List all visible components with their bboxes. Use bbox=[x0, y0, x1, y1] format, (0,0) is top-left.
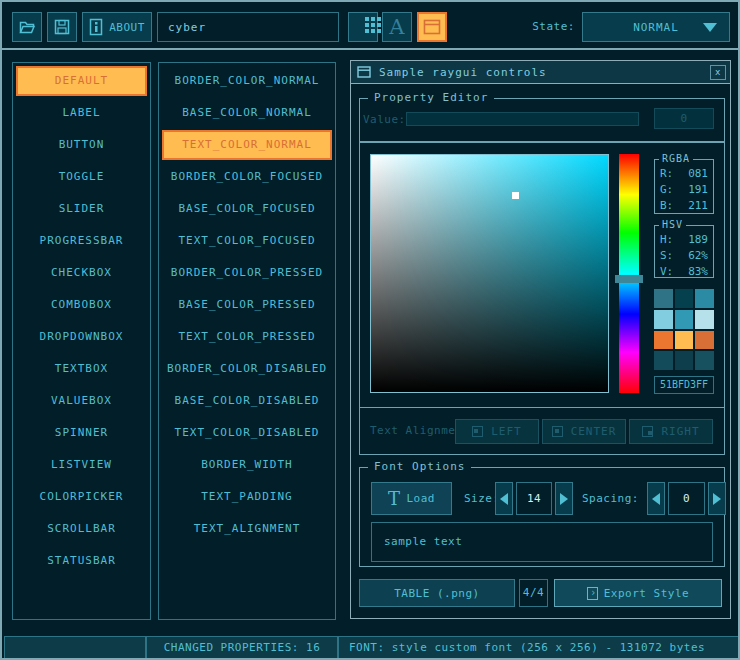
list-item[interactable]: BASE_COLOR_PRESSED bbox=[162, 290, 332, 320]
list-item[interactable]: TEXT_COLOR_FOCUSED bbox=[162, 226, 332, 256]
folder-open-icon bbox=[17, 17, 37, 37]
arrow-right-icon bbox=[560, 493, 568, 505]
list-item[interactable]: VALUEBOX bbox=[16, 386, 147, 416]
list-item[interactable]: BORDER_COLOR_NORMAL bbox=[162, 66, 332, 96]
text-alignment-label: Text Alignmen bbox=[370, 424, 463, 437]
value-slider[interactable] bbox=[406, 112, 639, 126]
hex-color-input[interactable]: 51BFD3FF bbox=[654, 376, 714, 394]
list-item[interactable]: COMBOBOX bbox=[16, 290, 147, 320]
color-swatch[interactable] bbox=[695, 351, 714, 370]
size-value: 14 bbox=[527, 492, 541, 505]
rgba-g-row: G:191 bbox=[660, 183, 708, 196]
font-info-text: FONT: style custom font (256 x 256) - 13… bbox=[349, 641, 705, 654]
sample-controls-window: Sample raygui controls x Property Editor… bbox=[350, 60, 731, 619]
sample-window-titlebar[interactable]: Sample raygui controls bbox=[351, 61, 730, 84]
list-item[interactable]: LISTVIEW bbox=[16, 450, 147, 480]
grid-icon bbox=[365, 17, 369, 21]
color-swatch[interactable] bbox=[675, 351, 694, 370]
spacing-value-box[interactable]: 0 bbox=[668, 482, 705, 515]
export-style-label: Export Style bbox=[604, 587, 689, 600]
color-swatch[interactable] bbox=[654, 289, 673, 308]
align-center-label: CENTER bbox=[571, 425, 617, 438]
status-cell-empty bbox=[4, 636, 146, 659]
list-item[interactable]: STATUSBAR bbox=[16, 546, 147, 576]
list-item[interactable]: SCROLLBAR bbox=[16, 514, 147, 544]
open-style-button[interactable] bbox=[12, 12, 42, 42]
align-right-label: RIGHT bbox=[661, 425, 699, 438]
list-item[interactable]: DEFAULT bbox=[16, 66, 147, 96]
list-item[interactable]: LABEL bbox=[16, 98, 147, 128]
font-load-button[interactable]: T Load bbox=[371, 482, 452, 515]
rgba-r-row: R:081 bbox=[660, 167, 708, 180]
list-item[interactable]: BORDER_WIDTH bbox=[162, 450, 332, 480]
align-center-button[interactable]: CENTER bbox=[542, 419, 626, 444]
spacing-increase-button[interactable] bbox=[708, 482, 726, 515]
about-label: ABOUT bbox=[109, 21, 145, 34]
list-item[interactable]: TOGGLE bbox=[16, 162, 147, 192]
hex-color-value: 51BFD3FF bbox=[660, 379, 708, 390]
hsv-s-row: S:62% bbox=[660, 249, 708, 262]
list-item[interactable]: TEXT_PADDING bbox=[162, 482, 332, 512]
size-value-box[interactable]: 14 bbox=[516, 482, 552, 515]
color-swatch[interactable] bbox=[695, 331, 714, 350]
align-right-button[interactable]: RIGHT bbox=[629, 419, 713, 444]
style-table-view-button[interactable] bbox=[348, 12, 378, 42]
size-increase-button[interactable] bbox=[555, 482, 573, 515]
color-swatch[interactable] bbox=[675, 310, 694, 329]
list-item[interactable]: COLORPICKER bbox=[16, 482, 147, 512]
spacing-decrease-button[interactable] bbox=[647, 482, 665, 515]
sample-text-input[interactable]: sample text bbox=[371, 522, 713, 562]
window-panel-button[interactable] bbox=[417, 12, 447, 42]
style-color-swatches bbox=[654, 289, 714, 370]
align-left-button[interactable]: LEFT bbox=[455, 419, 539, 444]
hue-slider-handle[interactable] bbox=[615, 275, 643, 283]
color-cursor[interactable] bbox=[512, 192, 519, 199]
list-item[interactable]: TEXT_ALIGNMENT bbox=[162, 514, 332, 544]
color-swatch[interactable] bbox=[654, 331, 673, 350]
hsv-label: HSV bbox=[659, 219, 686, 230]
floppy-disk-icon bbox=[52, 17, 72, 37]
color-swatch[interactable] bbox=[654, 310, 673, 329]
list-item[interactable]: BORDER_COLOR_DISABLED bbox=[162, 354, 332, 384]
rgba-label: RGBA bbox=[659, 153, 693, 164]
list-item[interactable]: BORDER_COLOR_FOCUSED bbox=[162, 162, 332, 192]
save-style-button[interactable] bbox=[47, 12, 77, 42]
color-swatch[interactable] bbox=[675, 331, 694, 350]
chevron-down-icon bbox=[703, 23, 717, 32]
hue-slider[interactable] bbox=[619, 154, 639, 393]
list-item[interactable]: BORDER_COLOR_PRESSED bbox=[162, 258, 332, 288]
color-swatch[interactable] bbox=[695, 289, 714, 308]
list-item[interactable]: TEXTBOX bbox=[16, 354, 147, 384]
arrow-right-icon bbox=[713, 493, 721, 505]
list-item[interactable]: SLIDER bbox=[16, 194, 147, 224]
color-picker-box: RGBA R:081 G:191 B:211 HSV H:189 S:62% bbox=[359, 142, 725, 455]
list-item[interactable]: PROGRESSBAR bbox=[16, 226, 147, 256]
list-item[interactable]: BUTTON bbox=[16, 130, 147, 160]
list-item[interactable]: BASE_COLOR_FOCUSED bbox=[162, 194, 332, 224]
info-icon bbox=[89, 18, 103, 36]
export-style-button[interactable]: Export Style bbox=[554, 579, 722, 607]
list-item[interactable]: TEXT_COLOR_PRESSED bbox=[162, 322, 332, 352]
size-decrease-button[interactable] bbox=[495, 482, 513, 515]
color-swatch[interactable] bbox=[675, 289, 694, 308]
list-item[interactable]: CHECKBOX bbox=[16, 258, 147, 288]
font-options-group: Font Options T Load Size: 14 Spacing: 0 … bbox=[359, 467, 725, 567]
state-dropdown[interactable]: NORMAL bbox=[582, 12, 730, 42]
list-item[interactable]: BASE_COLOR_DISABLED bbox=[162, 386, 332, 416]
alignment-divider bbox=[360, 407, 724, 408]
color-swatch[interactable] bbox=[654, 351, 673, 370]
table-png-button[interactable]: TABLE (.png) bbox=[359, 579, 515, 607]
close-button[interactable]: x bbox=[710, 65, 726, 80]
list-item[interactable]: TEXT_COLOR_DISABLED bbox=[162, 418, 332, 448]
hsv-h-row: H:189 bbox=[660, 233, 708, 246]
color-swatch[interactable] bbox=[695, 310, 714, 329]
about-button[interactable]: ABOUT bbox=[82, 12, 152, 42]
style-name-input[interactable] bbox=[157, 12, 339, 42]
color-sv-panel[interactable] bbox=[370, 154, 609, 393]
font-settings-button[interactable]: A bbox=[382, 12, 412, 42]
list-item[interactable]: BASE_COLOR_NORMAL bbox=[162, 98, 332, 128]
list-item[interactable]: DROPDOWNBOX bbox=[16, 322, 147, 352]
value-spinner[interactable]: 0 bbox=[654, 108, 714, 129]
list-item[interactable]: SPINNER bbox=[16, 418, 147, 448]
list-item[interactable]: TEXT_COLOR_NORMAL bbox=[162, 130, 332, 160]
